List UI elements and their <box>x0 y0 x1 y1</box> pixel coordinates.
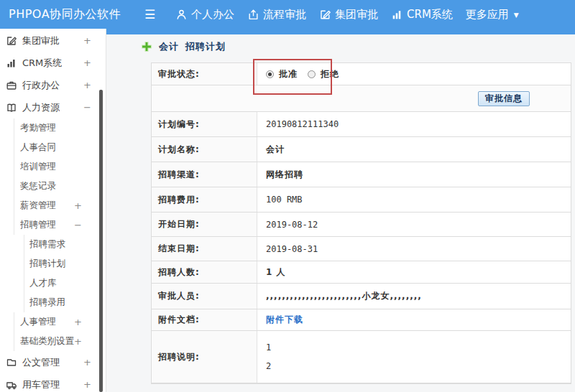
sidebar-item-recruit-plan[interactable]: 招聘计划 <box>24 254 106 274</box>
expander-minus-icon[interactable]: − <box>83 102 91 113</box>
sidebar-item-label: 公文管理 <box>22 356 60 369</box>
main-content: 会计 招聘计划 审批状态:批准拒绝审批信息计划编号:20190812111340… <box>106 34 575 392</box>
field-value-recruit-count: 1 人 <box>257 261 571 283</box>
radio-unchecked-icon[interactable] <box>308 70 316 78</box>
expander-plus-icon[interactable]: + <box>83 35 91 46</box>
sidebar-item-hr-contract[interactable]: 人事合同 <box>14 138 106 157</box>
sidebar-item-label: CRM系统 <box>22 57 62 70</box>
field-label-approval-status: 审批状态: <box>152 63 257 85</box>
sidebar-item-base-category[interactable]: 基础类别设置+ <box>14 332 106 351</box>
form-row-recruit-count: 招聘人数:1 人 <box>152 261 571 284</box>
field-value-end-date: 2019-08-31 <box>257 237 571 261</box>
sidebar-item-group-approval[interactable]: 集团审批+ <box>0 29 106 52</box>
hamburger-menu-icon[interactable]: ☰ <box>144 0 155 29</box>
chart-icon <box>6 57 17 69</box>
form-row-plan-number: 计划编号:20190812111340 <box>152 112 571 137</box>
expander-plus-icon[interactable]: + <box>74 336 82 347</box>
book-icon <box>6 102 17 113</box>
expander-minus-icon[interactable]: − <box>74 220 82 230</box>
field-label-end-date: 结束日期: <box>152 237 257 261</box>
nav-item-label: 个人办公 <box>191 8 234 22</box>
field-label-approvers: 审批人员: <box>152 284 257 309</box>
field-value-recruit-cost: 100 RMB <box>257 187 571 212</box>
form-row-attachment: 附件文档:附件下载 <box>152 309 571 331</box>
field-value-plan-number: 20190812111340 <box>257 112 571 136</box>
app-logo: PHPOA协同办公软件 <box>9 0 121 29</box>
radio-checked-icon[interactable] <box>266 70 274 78</box>
sidebar-item-label: 集团审批 <box>22 34 60 47</box>
sidebar-item-reward-punish[interactable]: 奖惩记录 <box>14 177 106 196</box>
field-value-plan-name: 会计 <box>257 137 571 162</box>
field-label-recruit-description: 招聘说明: <box>152 331 257 383</box>
flow-icon <box>247 9 259 21</box>
sidebar-item-label: 考勤管理 <box>20 122 56 134</box>
content-top-strip <box>106 29 575 34</box>
radio-label: 拒绝 <box>321 68 339 80</box>
sidebar: 集团审批+CRM系统+行政办公+人力资源−考勤管理人事合同培训管理奖惩记录薪资管… <box>0 29 106 392</box>
sidebar-item-personnel-mgmt[interactable]: 人事管理+ <box>14 312 106 332</box>
form-row-recruit-cost: 招聘费用:100 RMB <box>152 187 571 213</box>
nav-item-process-approval[interactable]: 流程审批 <box>247 0 306 29</box>
expander-plus-icon[interactable]: + <box>83 357 91 368</box>
field-value-recruit-channel: 网络招聘 <box>257 162 571 187</box>
form-row-approval-status: 审批状态:批准拒绝 <box>152 63 571 85</box>
expander-plus-icon[interactable]: + <box>74 200 82 211</box>
nav-item-label: 流程审批 <box>263 8 306 22</box>
approval-form-table: 审批状态:批准拒绝审批信息计划编号:20190812111340计划名称:会计招… <box>151 62 571 384</box>
approval-status-radios: 批准拒绝 <box>266 68 349 80</box>
expander-plus-icon[interactable]: + <box>83 379 91 390</box>
phpoa-app: PHPOA协同办公软件 ☰ 个人办公流程审批集团审批CRM系统更多应用▼ 集团审… <box>0 0 575 392</box>
sidebar-item-document-mgmt[interactable]: 公文管理+ <box>0 351 106 373</box>
sidebar-item-label: 培训管理 <box>20 161 56 173</box>
sidebar-item-salary-mgmt[interactable]: 薪资管理+ <box>14 196 106 215</box>
sidebar-scrollbar-thumb[interactable] <box>99 90 103 392</box>
sidebar-item-training-mgmt[interactable]: 培训管理 <box>14 157 106 177</box>
expander-plus-icon[interactable]: + <box>74 317 82 327</box>
expander-plus-icon[interactable]: + <box>83 80 91 90</box>
field-label-recruit-channel: 招聘渠道: <box>152 162 257 187</box>
sidebar-item-recruit-demand[interactable]: 招聘需求 <box>24 235 106 254</box>
field-value-start-date: 2019-08-12 <box>257 213 571 236</box>
form-row-approval-info: 审批信息 <box>152 85 571 112</box>
description-line-2: 2 <box>266 357 271 375</box>
sidebar-item-human-resources[interactable]: 人力资源− <box>0 96 106 118</box>
doc-icon <box>6 357 17 368</box>
sidebar-item-label: 行政办公 <box>22 79 60 92</box>
plus-icon <box>141 41 152 52</box>
field-label-recruit-cost: 招聘费用: <box>152 187 257 212</box>
sidebar-item-talent-pool[interactable]: 人才库 <box>24 274 106 293</box>
radio-label: 批准 <box>279 68 298 80</box>
form-row-start-date: 开始日期:2019-08-12 <box>152 213 571 237</box>
form-row-approvers: 审批人员:,,,,,,,,,,,,,,,,,,,,,,,,小龙女,,,,,,,, <box>152 284 571 309</box>
nav-item-label: 集团审批 <box>335 8 378 22</box>
form-row-end-date: 结束日期:2019-08-31 <box>152 237 571 261</box>
sidebar-item-recruit-hire[interactable]: 招聘录用 <box>24 293 106 312</box>
nav-item-group-approval[interactable]: 集团审批 <box>319 0 378 29</box>
field-label-attachment: 附件文档: <box>152 309 257 330</box>
radio-option-批准[interactable]: 批准 <box>266 68 298 80</box>
sidebar-item-label: 人才库 <box>29 277 57 289</box>
nav-item-crm-system[interactable]: CRM系统 <box>391 0 453 29</box>
person-icon <box>175 9 188 21</box>
expander-plus-icon[interactable]: + <box>83 57 91 68</box>
attachment-download-link[interactable]: 附件下载 <box>266 314 303 326</box>
sidebar-item-admin-office[interactable]: 行政办公+ <box>0 74 106 96</box>
radio-option-拒绝[interactable]: 拒绝 <box>308 68 339 80</box>
sidebar-menu: 集团审批+CRM系统+行政办公+人力资源−考勤管理人事合同培训管理奖惩记录薪资管… <box>0 29 106 392</box>
approval-info-button[interactable]: 审批信息 <box>478 91 530 106</box>
sidebar-item-recruit-mgmt[interactable]: 招聘管理− <box>14 215 106 235</box>
sidebar-item-crm-system[interactable]: CRM系统+ <box>0 52 106 74</box>
form-row-plan-name: 计划名称:会计 <box>152 137 571 162</box>
form-row-recruit-channel: 招聘渠道:网络招聘 <box>152 162 571 187</box>
nav-item-personal-office[interactable]: 个人办公 <box>175 0 234 29</box>
truck-icon <box>6 379 17 391</box>
sidebar-item-label: 基础类别设置 <box>20 335 74 347</box>
nav-item-label: 更多应用 <box>466 8 509 22</box>
sidebar-item-label: 招聘管理 <box>20 219 56 231</box>
sidebar-item-attendance-mgmt[interactable]: 考勤管理 <box>14 118 106 138</box>
sidebar-item-label: 招聘录用 <box>29 297 65 309</box>
sidebar-item-vehicle-mgmt[interactable]: 用车管理+ <box>0 373 106 392</box>
chart-icon <box>391 9 403 21</box>
sidebar-item-label: 招聘需求 <box>29 238 65 251</box>
nav-item-more-apps[interactable]: 更多应用▼ <box>466 0 519 29</box>
